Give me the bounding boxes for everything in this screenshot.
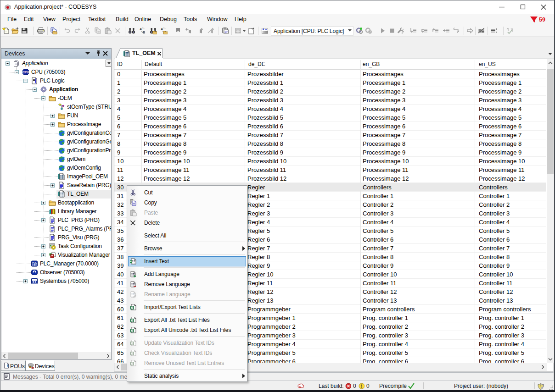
svg-text:CPU: CPU (22, 71, 29, 74)
svg-text:PLC: PLC (32, 261, 37, 264)
